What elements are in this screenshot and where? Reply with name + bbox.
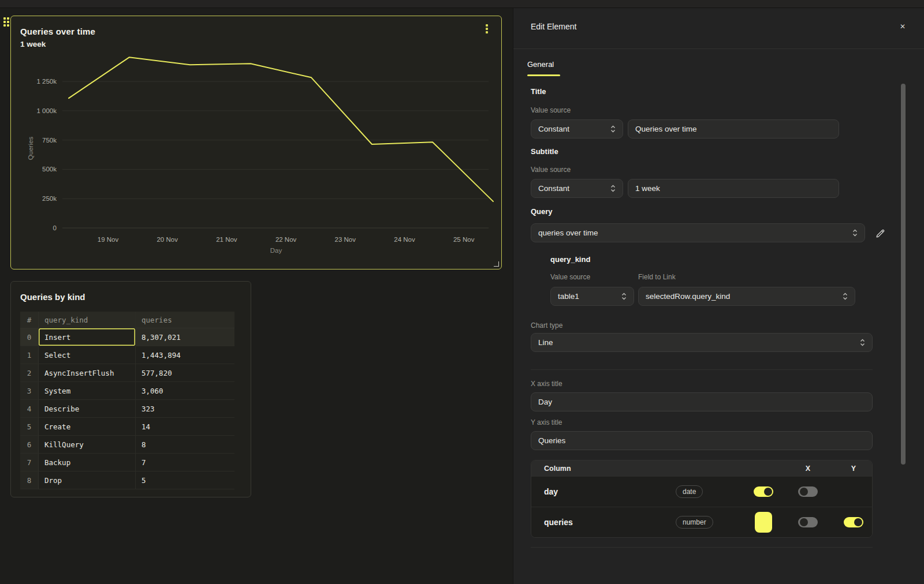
y-axis-title-value: Queries <box>538 436 565 445</box>
query-kind-cell[interactable]: Backup <box>39 454 136 471</box>
section-divider <box>531 369 873 370</box>
x-axis-title-label: X axis title <box>531 380 562 388</box>
row-index-cell: 3 <box>20 382 39 400</box>
query-select[interactable]: queries over time <box>531 223 865 242</box>
table-row[interactable]: 4 Describe 323 <box>20 400 234 418</box>
y-toggle[interactable] <box>844 517 863 527</box>
y-toggle[interactable] <box>798 486 818 497</box>
query-kind-cell[interactable]: KillQuery <box>39 436 136 454</box>
queries-by-kind-table: # query_kind queries 0 Insert 8,307,021 … <box>20 312 234 489</box>
svg-text:0: 0 <box>53 224 57 231</box>
tab-active-underline <box>527 74 560 76</box>
panel-scrollbar[interactable] <box>901 84 906 465</box>
queries-value-cell[interactable]: 1,443,894 <box>136 346 234 364</box>
updown-chevron-icon <box>860 338 865 347</box>
queries-value-cell[interactable]: 323 <box>136 400 234 418</box>
updown-chevron-icon <box>621 292 627 301</box>
row-index-cell: 4 <box>20 400 39 418</box>
y-axis-title-input[interactable]: Queries <box>531 431 873 450</box>
table-header-row: # query_kind queries <box>20 312 234 328</box>
query-kind-cell[interactable]: AsyncInsertFlush <box>39 364 136 382</box>
queries-value-cell[interactable]: 5 <box>136 471 234 489</box>
svg-text:22 Nov: 22 Nov <box>275 236 297 243</box>
header-divider <box>513 48 924 49</box>
x-header-label: X <box>782 465 834 473</box>
row-index-cell: 8 <box>20 471 39 489</box>
pencil-icon <box>875 228 886 239</box>
title-value-source-label: Value source <box>531 106 571 114</box>
table-row[interactable]: 1 Select 1,443,894 <box>20 346 234 364</box>
x-toggle[interactable] <box>754 486 773 497</box>
table-row[interactable]: 0 Insert 8,307,021 <box>20 328 234 346</box>
panel-resize-handle[interactable] <box>494 261 499 267</box>
queries-value-cell[interactable]: 8,307,021 <box>136 328 234 346</box>
svg-text:1 250k: 1 250k <box>36 78 57 85</box>
table-row[interactable]: 6 KillQuery 8 <box>20 436 234 454</box>
query-select-value: queries over time <box>538 229 598 237</box>
x-axis-title-value: Day <box>538 398 552 406</box>
dashboard-canvas: Queries over time 1 week 0250k500k750k1 … <box>0 0 513 584</box>
edit-query-button[interactable] <box>873 226 888 241</box>
column-name: day <box>531 487 676 496</box>
close-icon[interactable]: ✕ <box>897 21 908 32</box>
updown-chevron-icon <box>610 125 616 133</box>
row-index-cell: 5 <box>20 418 39 436</box>
subtitle-value-input[interactable]: 1 week <box>628 179 839 198</box>
table-row[interactable]: 8 Drop 5 <box>20 471 234 489</box>
title-source-select[interactable]: Constant <box>531 119 623 138</box>
x-toggle[interactable] <box>798 517 818 527</box>
title-value-input[interactable]: Queries over time <box>628 119 839 138</box>
series-color-swatch[interactable] <box>755 512 772 533</box>
svg-text:1 000k: 1 000k <box>36 107 57 114</box>
query-kind-cell[interactable]: System <box>39 382 136 400</box>
subtitle-value-text: 1 week <box>635 184 660 193</box>
query-kind-cell[interactable]: Select <box>39 346 136 364</box>
window-top-strip <box>0 0 924 8</box>
queries-value-cell[interactable]: 7 <box>136 454 234 471</box>
queries-value-cell[interactable]: 3,060 <box>136 382 234 400</box>
column-header-label: Column <box>531 465 676 473</box>
table-row[interactable]: 3 System 3,060 <box>20 382 234 400</box>
drag-handle-icon[interactable] <box>3 17 9 27</box>
x-axis-title-input[interactable]: Day <box>531 392 873 411</box>
updown-chevron-icon <box>843 292 848 301</box>
updown-chevron-icon <box>610 184 616 193</box>
field-to-link-select[interactable]: selectedRow.query_kind <box>638 287 855 306</box>
query-kind-cell[interactable]: Describe <box>39 400 136 418</box>
svg-text:19 Nov: 19 Nov <box>98 236 119 243</box>
field-to-link-value: selectedRow.query_kind <box>646 292 730 301</box>
svg-text:23 Nov: 23 Nov <box>335 236 356 243</box>
queries-value-cell[interactable]: 8 <box>136 436 234 454</box>
row-index-cell: 2 <box>20 364 39 382</box>
tab-general[interactable]: General <box>527 60 554 74</box>
subtitle-source-select[interactable]: Constant <box>531 179 623 198</box>
table-row[interactable]: 2 AsyncInsertFlush 577,820 <box>20 364 234 382</box>
svg-text:25 Nov: 25 Nov <box>453 236 475 243</box>
svg-text:24 Nov: 24 Nov <box>394 236 415 243</box>
edit-element-panel: Edit Element ✕ General Title Value sourc… <box>513 0 924 584</box>
query-kind-cell[interactable]: Drop <box>39 471 136 489</box>
query-kind-source-select[interactable]: table1 <box>550 287 634 306</box>
chart-panel-queries-over-time[interactable]: Queries over time 1 week 0250k500k750k1 … <box>10 16 502 269</box>
header-queries: queries <box>136 312 234 328</box>
table-title: Queries by kind <box>20 292 85 302</box>
svg-text:Day: Day <box>270 247 282 254</box>
row-index-cell: 6 <box>20 436 39 454</box>
table-row[interactable]: 5 Create 14 <box>20 418 234 436</box>
column-type-badge: number <box>676 516 713 529</box>
chart-type-select[interactable]: Line <box>531 333 873 352</box>
svg-text:20 Nov: 20 Nov <box>157 236 178 243</box>
queries-value-cell[interactable]: 577,820 <box>136 364 234 382</box>
query-kind-source-value: table1 <box>558 292 579 301</box>
table-row[interactable]: 7 Backup 7 <box>20 454 234 471</box>
query-kind-cell[interactable]: Create <box>39 418 136 436</box>
header-index: # <box>20 312 39 328</box>
table-panel-queries-by-kind[interactable]: Queries by kind # query_kind queries 0 I… <box>10 281 251 497</box>
title-value-text: Queries over time <box>635 125 697 133</box>
queries-value-cell[interactable]: 14 <box>136 418 234 436</box>
column-config-table: Column X Y day date queries number <box>531 460 873 538</box>
column-config-row: queries number <box>531 507 872 537</box>
subtitle-section-heading: Subtitle <box>531 147 558 156</box>
query-kind-cell[interactable]: Insert <box>39 328 136 346</box>
y-header-label: Y <box>834 465 873 473</box>
